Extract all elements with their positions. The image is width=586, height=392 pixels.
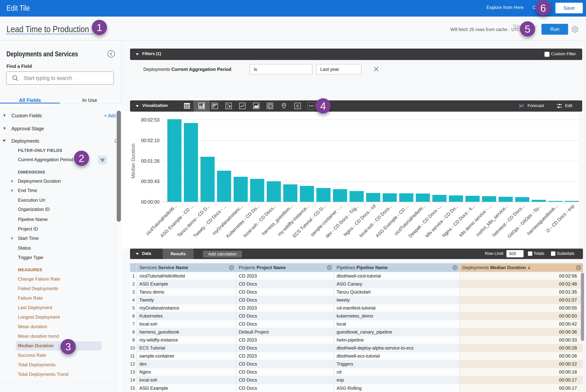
svg-text:6: 6	[296, 104, 299, 108]
svg-text:00:02:53: 00:02:53	[141, 117, 159, 122]
svg-text:00:00:43: 00:00:43	[141, 179, 159, 184]
svg-text:00:02:10: 00:02:10	[141, 138, 159, 143]
svg-text:00:00:00: 00:00:00	[141, 199, 159, 204]
svg-text:Median Duration: Median Duration	[130, 144, 136, 178]
svg-text:00:01:26: 00:01:26	[141, 158, 159, 164]
